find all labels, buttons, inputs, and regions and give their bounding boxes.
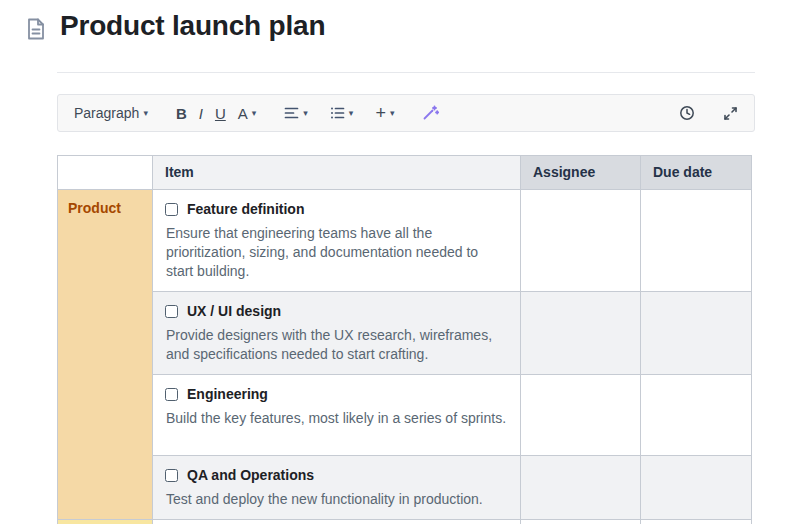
toolbar-right-group xyxy=(673,101,744,125)
ai-magic-button[interactable] xyxy=(416,101,445,125)
item-cell[interactable]: Engineering Build the key features, most… xyxy=(153,375,521,456)
bullet-list-icon xyxy=(330,106,345,120)
assignee-cell[interactable] xyxy=(521,456,641,520)
italic-label: I xyxy=(199,105,203,122)
text-align-dropdown[interactable]: ▾ xyxy=(278,102,314,124)
task-description: Ensure that engineering teams have all t… xyxy=(165,224,508,281)
group-label: Product xyxy=(68,200,121,216)
due-date-cell[interactable] xyxy=(641,456,752,520)
table-row: Product Feature definition Ensure that e… xyxy=(58,190,752,292)
item-cell[interactable]: Feature definition Ensure that engineeri… xyxy=(153,190,521,292)
task-description: Build the key features, most likely in a… xyxy=(165,409,508,428)
page: Product launch plan Paragraph ▾ B I U A … xyxy=(0,0,800,524)
magic-wand-icon xyxy=(422,105,439,121)
assignee-cell[interactable] xyxy=(521,190,641,292)
task-title: Feature definition xyxy=(187,201,304,217)
document-header: Product launch plan xyxy=(26,10,325,45)
item-cell[interactable]: QA and Operations Test and deploy the ne… xyxy=(153,456,521,520)
header-item[interactable]: Item xyxy=(153,156,521,190)
chevron-down-icon: ▾ xyxy=(143,109,148,118)
paragraph-style-label: Paragraph xyxy=(74,105,139,121)
task-checkbox[interactable] xyxy=(165,203,178,216)
plus-icon: + xyxy=(375,104,386,122)
header-corner-cell[interactable] xyxy=(58,156,153,190)
due-date-cell[interactable] xyxy=(641,292,752,375)
insert-dropdown[interactable]: + ▾ xyxy=(369,100,400,126)
task-description: Test and deploy the new functionality in… xyxy=(165,490,508,509)
next-group-cell[interactable] xyxy=(58,520,153,524)
header-divider xyxy=(57,72,755,73)
fullscreen-expand-icon xyxy=(723,106,738,121)
underline-label: U xyxy=(215,105,226,122)
assignee-cell[interactable] xyxy=(521,292,641,375)
due-date-cell[interactable] xyxy=(641,190,752,292)
task-checkbox[interactable] xyxy=(165,305,178,318)
table-row xyxy=(58,520,752,524)
task-title: Engineering xyxy=(187,386,268,402)
table-header-row: Item Assignee Due date xyxy=(58,156,752,190)
header-due-date[interactable]: Due date xyxy=(641,156,752,190)
document-icon xyxy=(26,17,46,45)
task-title: QA and Operations xyxy=(187,467,314,483)
task-checkbox[interactable] xyxy=(165,469,178,482)
italic-button[interactable]: I xyxy=(193,101,209,126)
chevron-down-icon: ▾ xyxy=(252,109,257,118)
expand-button[interactable] xyxy=(717,102,744,125)
due-date-cell[interactable] xyxy=(641,375,752,456)
chevron-down-icon: ▾ xyxy=(390,109,395,118)
item-cell[interactable] xyxy=(153,520,521,524)
bold-label: B xyxy=(176,105,187,122)
item-cell[interactable]: UX / UI design Provide designers with th… xyxy=(153,292,521,375)
assignee-cell[interactable] xyxy=(521,375,641,456)
group-cell[interactable]: Product xyxy=(58,190,153,520)
table-row: QA and Operations Test and deploy the ne… xyxy=(58,456,752,520)
header-assignee[interactable]: Assignee xyxy=(521,156,641,190)
chevron-down-icon: ▾ xyxy=(349,109,354,118)
task-description: Provide designers with the UX research, … xyxy=(165,326,508,364)
paragraph-style-dropdown[interactable]: Paragraph ▾ xyxy=(68,101,154,125)
task-table: Item Assignee Due date Product Feature d… xyxy=(57,155,752,524)
task-checkbox[interactable] xyxy=(165,388,178,401)
align-text-icon xyxy=(284,106,299,120)
underline-button[interactable]: U xyxy=(209,101,232,126)
chevron-down-icon: ▾ xyxy=(303,109,308,118)
text-color-label: A xyxy=(238,105,248,122)
table-row: Engineering Build the key features, most… xyxy=(58,375,752,456)
assignee-cell[interactable] xyxy=(521,520,641,524)
page-title: Product launch plan xyxy=(60,10,325,42)
list-dropdown[interactable]: ▾ xyxy=(324,102,360,124)
table-row: UX / UI design Provide designers with th… xyxy=(58,292,752,375)
bold-button[interactable]: B xyxy=(170,101,193,126)
history-clock-icon xyxy=(679,105,695,121)
text-color-dropdown[interactable]: A ▾ xyxy=(232,101,263,126)
due-date-cell[interactable] xyxy=(641,520,752,524)
history-button[interactable] xyxy=(673,101,701,125)
editor-toolbar: Paragraph ▾ B I U A ▾ ▾ xyxy=(57,94,755,132)
task-title: UX / UI design xyxy=(187,303,281,319)
